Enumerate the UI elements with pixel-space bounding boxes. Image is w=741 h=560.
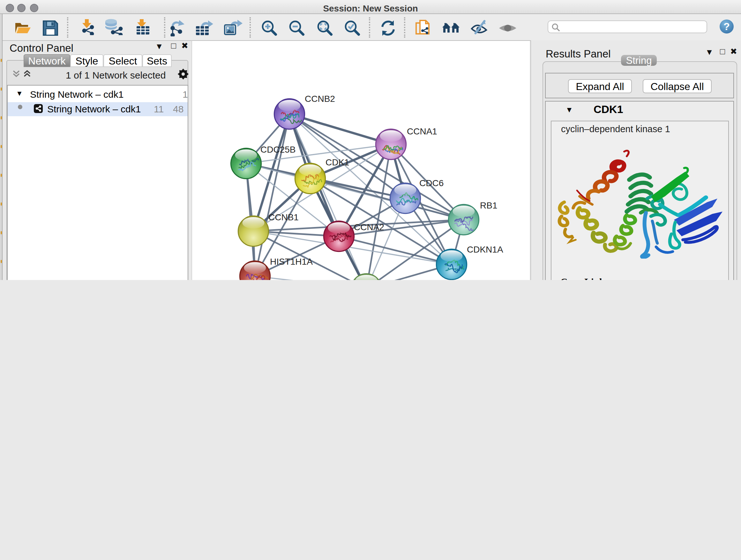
- svg-text:CCNA1: CCNA1: [407, 126, 437, 136]
- svg-text:CDC6: CDC6: [419, 178, 444, 188]
- svg-text:CCNB1: CCNB1: [268, 212, 299, 222]
- svg-text:CCNA2: CCNA2: [354, 222, 384, 232]
- svg-text:CCNE1: CCNE1: [383, 278, 413, 280]
- svg-text:CCNB2: CCNB2: [305, 94, 335, 104]
- svg-text:RB1: RB1: [480, 200, 497, 210]
- svg-text:HIST1H1A: HIST1H1A: [270, 256, 313, 266]
- svg-text:CDKN1A: CDKN1A: [467, 244, 503, 254]
- svg-text:CDK1: CDK1: [326, 157, 349, 167]
- svg-text:?: ?: [724, 21, 730, 32]
- svg-text:CDC25B: CDC25B: [260, 144, 295, 154]
